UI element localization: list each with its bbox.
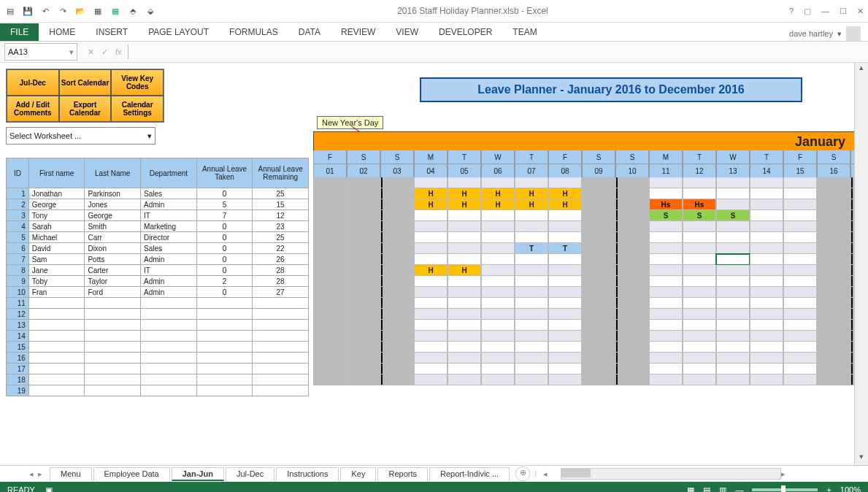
calendar-cell[interactable]: T: [515, 243, 548, 254]
employee-row[interactable]: 10FranFordAdmin027: [7, 287, 309, 298]
calendar-cell[interactable]: [548, 254, 582, 265]
calendar-cell[interactable]: [783, 254, 817, 265]
calendar-cell[interactable]: [750, 353, 783, 364]
calendar-cell[interactable]: [716, 298, 750, 309]
calendar-cell[interactable]: H: [414, 265, 448, 276]
calendar-cell[interactable]: [448, 210, 481, 221]
calendar-cell[interactable]: [414, 320, 448, 331]
calendar-cell[interactable]: [783, 265, 817, 276]
calendar-cell[interactable]: [649, 188, 683, 199]
calendar-cell[interactable]: [515, 221, 548, 232]
calendar-cell[interactable]: [649, 265, 683, 276]
calendar-cell[interactable]: [716, 320, 750, 331]
sheet-tab-key[interactable]: Key: [340, 467, 376, 481]
sort-calendar-button[interactable]: Sort Calendar: [59, 69, 112, 96]
calendar-cell[interactable]: [515, 374, 548, 385]
jul-dec-button[interactable]: Jul-Dec: [7, 69, 59, 96]
calendar-cell[interactable]: H: [481, 188, 515, 199]
avatar-icon[interactable]: [846, 26, 861, 41]
calendar-cell[interactable]: [783, 276, 817, 287]
calendar-cell[interactable]: [817, 374, 850, 385]
calendar-cell[interactable]: [615, 298, 649, 309]
calendar-cell[interactable]: [347, 331, 380, 342]
qat-icon-2[interactable]: ▦: [110, 5, 121, 17]
zoom-slider[interactable]: [752, 488, 818, 491]
calendar-cell[interactable]: [481, 254, 515, 265]
name-box[interactable]: AA13▾: [4, 43, 77, 61]
calendar-cell[interactable]: [481, 177, 515, 188]
calendar-cell[interactable]: [783, 298, 817, 309]
calendar-cell[interactable]: [414, 210, 448, 221]
calendar-cell[interactable]: [817, 221, 850, 232]
calendar-cell[interactable]: [683, 276, 716, 287]
tab-nav-next-icon[interactable]: ▸: [38, 469, 42, 479]
calendar-cell[interactable]: [615, 243, 649, 254]
calendar-cell[interactable]: [481, 243, 515, 254]
calendar-cell[interactable]: [313, 199, 347, 210]
calendar-cell[interactable]: [615, 353, 649, 364]
calendar-cell[interactable]: [347, 374, 380, 385]
calendar-cell[interactable]: [750, 309, 783, 320]
calendar-cell[interactable]: H: [548, 199, 582, 210]
calendar-cell[interactable]: [750, 177, 783, 188]
calendar-cell[interactable]: [582, 364, 615, 374]
calendar-cell[interactable]: [313, 276, 347, 287]
maximize-icon[interactable]: ☐: [840, 7, 847, 16]
qat-icon[interactable]: ▦: [92, 5, 104, 17]
calendar-cell[interactable]: [649, 177, 683, 188]
calendar-cell[interactable]: [414, 342, 448, 353]
calendar-cell[interactable]: [414, 221, 448, 232]
close-icon[interactable]: ✕: [857, 7, 864, 16]
calendar-cell[interactable]: [448, 232, 481, 243]
calendar-cell[interactable]: [515, 298, 548, 309]
sheet-tab-jan-jun[interactable]: Jan-Jun: [172, 467, 224, 481]
calendar-cell[interactable]: [615, 265, 649, 276]
calendar-cell[interactable]: [716, 221, 750, 232]
calendar-cell[interactable]: [582, 374, 615, 385]
calendar-cell[interactable]: [817, 320, 850, 331]
user-name[interactable]: dave hartley: [789, 29, 833, 38]
sort-asc-icon[interactable]: ⬘: [127, 5, 139, 17]
calendar-cell[interactable]: [313, 320, 347, 331]
calendar-cell[interactable]: [716, 254, 750, 265]
calendar-cell[interactable]: [750, 374, 783, 385]
calendar-cell[interactable]: [750, 221, 783, 232]
calendar-cell[interactable]: [481, 276, 515, 287]
calendar-cell[interactable]: [313, 221, 347, 232]
calendar-cell[interactable]: [817, 243, 850, 254]
calendar-cell[interactable]: H: [414, 188, 448, 199]
calendar-cell[interactable]: [380, 320, 414, 331]
ribbon-tab-formulas[interactable]: FORMULAS: [219, 23, 288, 41]
calendar-cell[interactable]: [683, 232, 716, 243]
zoom-out-icon[interactable]: —: [735, 485, 743, 492]
calendar-cell[interactable]: [683, 243, 716, 254]
calendar-cell[interactable]: [783, 374, 817, 385]
calendar-cell[interactable]: [716, 243, 750, 254]
calendar-cell[interactable]: [313, 309, 347, 320]
calendar-cell[interactable]: [615, 177, 649, 188]
calendar-cell[interactable]: [750, 232, 783, 243]
calendar-cell[interactable]: [750, 276, 783, 287]
confirm-icon[interactable]: ✓: [101, 47, 108, 57]
calendar-cell[interactable]: [817, 287, 850, 298]
ribbon-tab-insert[interactable]: INSERT: [85, 23, 138, 41]
calendar-cell[interactable]: [750, 265, 783, 276]
view-page-break-icon[interactable]: ▥: [719, 485, 726, 493]
calendar-cell[interactable]: [817, 276, 850, 287]
calendar-cell[interactable]: [817, 298, 850, 309]
calendar-cell[interactable]: [615, 254, 649, 265]
calendar-cell[interactable]: [347, 221, 380, 232]
employee-row-empty[interactable]: 11: [7, 298, 309, 309]
calendar-cell[interactable]: [783, 199, 817, 210]
calendar-cell[interactable]: [414, 364, 448, 374]
calendar-cell[interactable]: [582, 177, 615, 188]
calendar-cell[interactable]: [313, 364, 347, 374]
calendar-cell[interactable]: [683, 342, 716, 353]
ribbon-tab-developer[interactable]: DEVELOPER: [429, 23, 502, 41]
calendar-cell[interactable]: T: [548, 243, 582, 254]
calendar-cell[interactable]: [380, 364, 414, 374]
calendar-cell[interactable]: [615, 199, 649, 210]
calendar-cell[interactable]: [347, 309, 380, 320]
calendar-cell[interactable]: [817, 232, 850, 243]
sheet-tab-report-indivic-[interactable]: Report-Indivic ...: [429, 467, 510, 481]
